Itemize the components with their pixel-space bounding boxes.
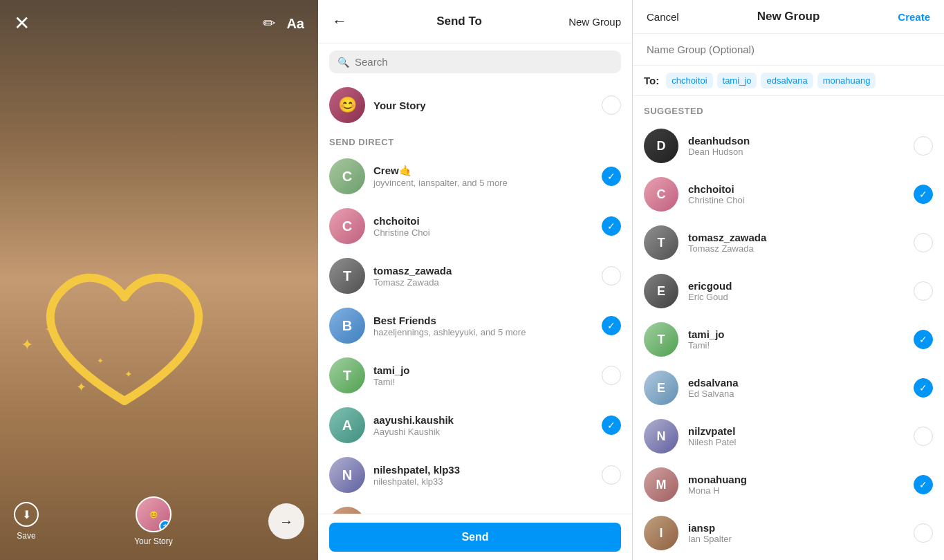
item-info: Crew🤙 joyvincent, ianspalter, and 5 more xyxy=(373,165,593,188)
sendto-new-group-button[interactable]: New Group xyxy=(568,16,621,28)
item-avatar: T xyxy=(329,357,365,393)
suggested-check[interactable]: ✓ xyxy=(914,475,933,494)
suggested-username: deanhudson xyxy=(688,135,904,147)
your-story-item[interactable]: 😊 Your Story xyxy=(318,80,632,130)
item-check[interactable] xyxy=(602,266,621,286)
item-check[interactable]: ✓ xyxy=(602,216,621,236)
suggested-name: Eric Goud xyxy=(688,292,904,302)
item-sub: Christine Choi xyxy=(373,227,593,238)
search-input[interactable] xyxy=(355,56,613,68)
item-sub: Tami! xyxy=(373,377,593,387)
item-info: tami_jo Tami! xyxy=(373,364,593,387)
item-name: Best Friends xyxy=(373,315,593,326)
back-button[interactable]: ← xyxy=(329,10,350,33)
item-check[interactable]: ✓ xyxy=(602,167,621,186)
to-tag-monahuang[interactable]: monahuang xyxy=(817,73,876,88)
suggested-avatar: T xyxy=(644,225,678,260)
suggested-username: iansp xyxy=(688,522,904,534)
suggested-username: nilzvpatel xyxy=(688,425,904,437)
suggested-info: tami_jo Tami! xyxy=(688,328,904,351)
suggested-check[interactable] xyxy=(914,233,933,252)
to-tag-chchoitoi[interactable]: chchoitoi xyxy=(666,73,712,88)
suggested-item[interactable]: D deanhudson Dean Hudson xyxy=(633,122,944,170)
item-info: nileshpatel, klp33 nileshpatel, klp33 xyxy=(373,464,593,487)
suggested-check[interactable] xyxy=(914,427,933,446)
suggested-item[interactable]: T tami_jo Tami! ✓ xyxy=(633,315,944,364)
suggested-info: ericgoud Eric Goud xyxy=(688,280,904,302)
close-button[interactable]: ✕ xyxy=(14,14,30,33)
item-info: aayushi.kaushik Aayushi Kaushik xyxy=(373,414,593,437)
suggested-username: tomasz_zawada xyxy=(688,232,904,243)
suggested-info: edsalvana Ed Salvana xyxy=(688,377,904,399)
search-icon: 🔍 xyxy=(337,57,349,68)
suggested-check[interactable]: ✓ xyxy=(914,330,933,349)
list-item[interactable]: N nileshpatel, klp33 nileshpatel, klp33 xyxy=(318,450,632,500)
suggested-name: Ian Spalter xyxy=(688,534,904,544)
item-sub: nileshpatel, klp33 xyxy=(373,476,593,487)
send-arrow-button[interactable]: → xyxy=(268,503,304,539)
suggested-check[interactable]: ✓ xyxy=(914,378,933,398)
list-item[interactable]: C Crew🤙 joyvincent, ianspalter, and 5 mo… xyxy=(318,151,632,201)
suggested-username: ericgoud xyxy=(688,280,904,292)
item-avatar: B xyxy=(329,308,365,344)
save-label: Save xyxy=(17,531,35,541)
item-avatar: C xyxy=(329,158,365,194)
to-tag-tami_jo[interactable]: tami_jo xyxy=(717,73,757,88)
suggested-name: Tami! xyxy=(688,340,904,351)
list-item[interactable]: B Best Friends hazeljennings, ashleyyuki… xyxy=(318,301,632,351)
suggested-item[interactable]: T tomasz_zawada Tomasz Zawada xyxy=(633,218,944,267)
cancel-button[interactable]: Cancel xyxy=(647,11,679,23)
suggested-label: SUGGESTED xyxy=(633,96,944,122)
suggested-name: Nilesh Patel xyxy=(688,437,904,447)
item-name: Crew🤙 xyxy=(373,165,593,177)
text-tool-button[interactable]: Aa xyxy=(286,16,304,32)
suggested-check[interactable] xyxy=(914,136,933,156)
camera-top-bar: ✕ ✏ Aa xyxy=(0,0,318,47)
suggested-item[interactable]: E edsalvana Ed Salvana ✓ xyxy=(633,364,944,412)
item-info: Best Friends hazeljennings, ashleyyuki, … xyxy=(373,315,593,337)
your-story-item-name: Your Story xyxy=(373,100,593,111)
save-button[interactable]: ⬇ Save xyxy=(14,502,39,541)
item-check[interactable] xyxy=(602,465,621,485)
send-button[interactable]: Send xyxy=(329,523,621,552)
suggested-item[interactable]: I iansp Ian Spalter xyxy=(633,509,944,557)
suggested-item[interactable]: C chchoitoi Christine Choi ✓ xyxy=(633,170,944,218)
newgroup-header: Cancel New Group Create xyxy=(633,0,944,34)
suggested-check[interactable]: ✓ xyxy=(914,185,933,204)
item-check[interactable] xyxy=(602,366,621,385)
sendto-panel: ← Send To New Group 🔍 😊 Your Story SEND … xyxy=(318,0,633,560)
item-check[interactable]: ✓ xyxy=(602,416,621,435)
list-item[interactable]: T tomasz_zawada Tomasz Zawada xyxy=(318,251,632,301)
send-button-bar: Send xyxy=(318,514,632,560)
your-story-avatar: 😊 + xyxy=(136,496,172,532)
pencil-icon[interactable]: ✏ xyxy=(263,15,275,32)
heart-doodle xyxy=(21,249,228,422)
item-avatar: N xyxy=(329,457,365,493)
your-story-check[interactable] xyxy=(602,95,621,115)
list-item[interactable]: A aayushi.kaushik Aayushi Kaushik ✓ xyxy=(318,400,632,450)
suggested-avatar: E xyxy=(644,371,678,405)
create-button[interactable]: Create xyxy=(898,11,930,23)
search-bar: 🔍 xyxy=(329,50,621,73)
list-item[interactable]: C chchoitoi Christine Choi ✓ xyxy=(318,201,632,251)
suggested-info: iansp Ian Spalter xyxy=(688,522,904,544)
item-name: chchoitoi xyxy=(373,215,593,227)
list-item[interactable]: M mona Mona H xyxy=(318,500,632,514)
list-item[interactable]: T tami_jo Tami! xyxy=(318,351,632,400)
sendto-title: Send To xyxy=(357,15,562,28)
suggested-info: deanhudson Dean Hudson xyxy=(688,135,904,157)
to-tag-edsalvana[interactable]: edsalvana xyxy=(761,73,813,88)
newgroup-panel: Cancel New Group Create To: chchoitoi ta… xyxy=(633,0,944,560)
your-story-button[interactable]: 😊 + Your Story xyxy=(134,496,173,546)
suggested-check[interactable] xyxy=(914,281,933,301)
your-story-item-avatar: 😊 xyxy=(329,87,365,123)
item-check[interactable]: ✓ xyxy=(602,316,621,335)
suggested-avatar: E xyxy=(644,274,678,308)
suggested-item[interactable]: M monahuang Mona H ✓ xyxy=(633,460,944,509)
name-group-input[interactable] xyxy=(633,34,944,66)
item-sub: hazeljennings, ashleyyuki, and 5 more xyxy=(373,327,593,337)
suggested-item[interactable]: N nilzvpatel Nilesh Patel xyxy=(633,412,944,460)
suggested-item[interactable]: E ericgoud Eric Goud xyxy=(633,267,944,315)
suggested-check[interactable] xyxy=(914,523,933,543)
item-avatar: M xyxy=(329,507,365,514)
